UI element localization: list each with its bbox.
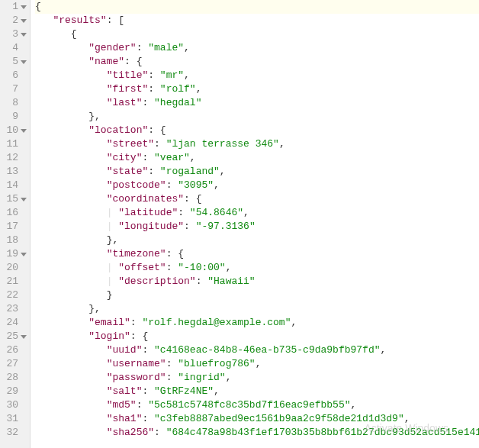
line-number: 20: [0, 261, 30, 275]
code-line[interactable]: "first": "rolf",: [35, 82, 479, 96]
line-number: 3: [0, 27, 30, 41]
fold-arrow-icon[interactable]: [21, 33, 27, 37]
code-line[interactable]: "md5": "5c581c5748fc8c35bd7f16eac9efbb55…: [35, 398, 479, 412]
code-line[interactable]: {: [35, 27, 479, 41]
line-number: 13: [0, 165, 30, 179]
code-line[interactable]: | "offset": "-10:00",: [35, 261, 479, 275]
fold-arrow-icon[interactable]: [21, 60, 27, 64]
code-line[interactable]: "sha1": "c3feb8887abed9ec1561b9aa2c9f58d…: [35, 412, 479, 426]
line-gutter: 1234567891011121314151617181920212223242…: [0, 0, 31, 448]
code-line[interactable]: "results": [: [35, 14, 479, 27]
code-line[interactable]: "login": {: [35, 330, 479, 343]
code-line[interactable]: "last": "hegdal": [35, 96, 479, 110]
code-line[interactable]: },: [35, 110, 479, 124]
line-number: 31: [0, 412, 30, 426]
code-line[interactable]: "uuid": "c4168eac-84b8-46ea-b735-c9da9bf…: [35, 343, 479, 357]
line-number: 28: [0, 371, 30, 385]
code-line[interactable]: "location": {: [35, 124, 479, 137]
line-number: 26: [0, 343, 30, 357]
code-line[interactable]: {: [35, 0, 479, 14]
fold-arrow-icon[interactable]: [21, 19, 27, 23]
code-line[interactable]: "gender": "male",: [35, 41, 479, 55]
code-line[interactable]: "coordinates": {: [35, 192, 479, 206]
code-line[interactable]: "title": "mr",: [35, 69, 479, 82]
line-number: 10: [0, 124, 30, 137]
line-number: 14: [0, 179, 30, 192]
line-number: 18: [0, 234, 30, 247]
code-line[interactable]: "street": "ljan terrasse 346",: [35, 137, 479, 151]
fold-arrow-icon[interactable]: [21, 253, 27, 256]
fold-arrow-icon[interactable]: [21, 5, 27, 9]
code-line[interactable]: | "latitude": "54.8646",: [35, 206, 479, 220]
code-line[interactable]: "name": {: [35, 55, 479, 69]
line-number: 5: [0, 55, 30, 69]
code-line[interactable]: "postcode": "3095",: [35, 179, 479, 192]
code-line[interactable]: "password": "ingrid",: [35, 371, 479, 385]
line-number: 22: [0, 288, 30, 302]
code-line[interactable]: | "description": "Hawaii": [35, 275, 479, 288]
line-number: 25: [0, 330, 30, 343]
line-number: 19: [0, 247, 30, 261]
code-area[interactable]: { "results": [ { "gender": "male", "name…: [31, 0, 479, 448]
line-number: 24: [0, 316, 30, 330]
line-number: 2: [0, 14, 30, 27]
line-number: 21: [0, 275, 30, 288]
code-line[interactable]: }: [35, 288, 479, 302]
code-line[interactable]: "city": "vear",: [35, 151, 479, 165]
line-number: 27: [0, 357, 30, 371]
line-number: 6: [0, 69, 30, 82]
fold-arrow-icon[interactable]: [21, 335, 27, 339]
line-number: 23: [0, 302, 30, 316]
code-editor: 1234567891011121314151617181920212223242…: [0, 0, 479, 448]
code-line[interactable]: "salt": "GtRFz4NE",: [35, 385, 479, 398]
line-number: 7: [0, 82, 30, 96]
fold-arrow-icon[interactable]: [21, 198, 27, 201]
code-line[interactable]: "username": "bluefrog786",: [35, 357, 479, 371]
code-line[interactable]: "state": "rogaland",: [35, 165, 479, 179]
line-number: 9: [0, 110, 30, 124]
line-number: 30: [0, 398, 30, 412]
line-number: 16: [0, 206, 30, 220]
line-number: 1: [0, 0, 30, 14]
code-line[interactable]: | "longitude": "-97.3136": [35, 220, 479, 234]
code-line[interactable]: "timezone": {: [35, 247, 479, 261]
fold-arrow-icon[interactable]: [21, 129, 27, 133]
line-number: 11: [0, 137, 30, 151]
line-number: 4: [0, 41, 30, 55]
code-line[interactable]: "email": "rolf.hegdal@example.com",: [35, 316, 479, 330]
line-number: 8: [0, 96, 30, 110]
code-line[interactable]: },: [35, 302, 479, 316]
line-number: 29: [0, 385, 30, 398]
line-number: 15: [0, 192, 30, 206]
code-line[interactable]: "sha256": "684c478a98b43f1ef1703b35b8bbf…: [35, 426, 479, 440]
line-number: 17: [0, 220, 30, 234]
code-line[interactable]: },: [35, 234, 479, 247]
line-number: 32: [0, 426, 30, 440]
line-number: 12: [0, 151, 30, 165]
